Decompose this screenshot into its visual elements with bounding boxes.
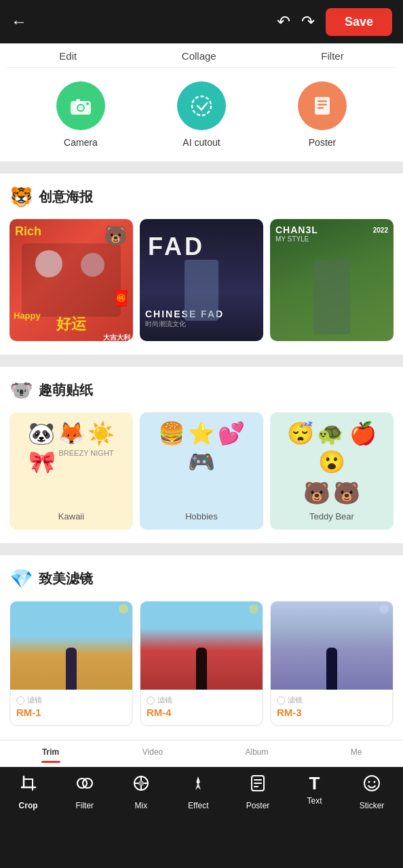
filter-rm4[interactable]: 滤镜 RM-4 — [140, 601, 263, 726]
mix-icon — [132, 774, 151, 797]
tab-filter[interactable]: Filter — [321, 50, 343, 62]
svg-rect-24 — [254, 779, 262, 781]
filter-rm1-image — [10, 601, 132, 690]
filter-rm4-type: 滤镜 — [147, 695, 256, 705]
poster-cards-row: Rich 🐻 Happy 好运 大吉大利 🧧 FAD CHINESE FAD 时… — [9, 219, 394, 341]
sticker-icon — [362, 774, 381, 797]
mix-label: Mix — [135, 801, 148, 810]
effect-label: Effect — [188, 801, 208, 810]
svg-point-29 — [374, 781, 376, 783]
poster-card-chanel[interactable]: CHAN3L 2022 MY STYLE — [270, 219, 394, 341]
rich-text: Rich — [15, 224, 41, 239]
toolbar-effect[interactable]: Effect — [188, 774, 208, 810]
svg-point-17 — [138, 781, 144, 786]
filter-cards-row: 滤镜 RM-1 滤镜 RM-4 — [9, 601, 394, 726]
svg-point-2 — [78, 105, 83, 111]
teddy-emojis: 😴🐢 🍎😮 🐻🐻 — [275, 420, 388, 506]
trim-label: Trim — [42, 747, 59, 757]
poster-toolbar-label: Poster — [246, 801, 270, 810]
kawaii-label: Kawaii — [58, 511, 84, 521]
divider-3 — [0, 543, 403, 555]
save-button[interactable]: Save — [326, 8, 392, 36]
tab-album[interactable]: Album — [245, 747, 268, 763]
svg-rect-9 — [318, 107, 324, 109]
filter-rm4-name: RM-4 — [147, 707, 256, 718]
divider-2 — [0, 355, 403, 367]
svg-rect-3 — [76, 99, 80, 102]
filter-rm3[interactable]: 滤镜 RM-3 — [270, 601, 394, 726]
tool-tabs: Edit Collage Filter — [7, 43, 396, 68]
filters-title: 致美滤镜 — [39, 570, 93, 588]
toolbar-text[interactable]: T Text — [307, 774, 322, 810]
tab-me[interactable]: Me — [351, 747, 362, 763]
bear-emoji: 🐻 — [104, 224, 128, 247]
filter-rm1-info: 滤镜 RM-1 — [10, 690, 132, 726]
tool-ai-cutout[interactable]: AI cutout — [177, 81, 226, 148]
sticker-cards-row: 🐼🦊☀️🎀 BREEZY NIGHT Kawaii 🍔⭐💕🎮 Hobbies 😴… — [9, 412, 394, 530]
tab-video[interactable]: Video — [142, 747, 163, 763]
camera-icon-circle — [56, 81, 105, 130]
filters-header: 💎 致美滤镜 — [9, 568, 394, 590]
svg-point-22 — [197, 781, 200, 784]
filter-rm1-name: RM-1 — [16, 707, 126, 718]
tab-trim[interactable]: Trim — [41, 747, 60, 763]
tool-poster[interactable]: Poster — [298, 81, 347, 148]
filter-rm4-image — [140, 601, 263, 690]
back-button[interactable]: ← — [11, 12, 27, 31]
bottom-toolbar: Crop Filter Mix — [0, 767, 403, 820]
dajidali-text: 大吉大利 — [103, 333, 130, 341]
creative-poster-section: 🐯 创意海报 Rich 🐻 Happy 好运 — [0, 174, 403, 355]
poster-icon-circle — [298, 81, 347, 130]
toolbar-sticker[interactable]: Sticker — [360, 774, 385, 810]
redo-button[interactable]: ↷ — [301, 12, 315, 31]
creative-poster-emoji: 🐯 — [9, 186, 33, 208]
top-bar-actions: ↶ ↷ Save — [277, 8, 392, 36]
toolbar-poster[interactable]: Poster — [246, 774, 270, 810]
chanel-person — [313, 260, 351, 334]
crop-label: Crop — [19, 801, 38, 810]
filters-emoji: 💎 — [9, 568, 33, 590]
sticker-kawaii[interactable]: 🐼🦊☀️🎀 BREEZY NIGHT Kawaii — [9, 412, 133, 530]
poster-tool-label: Poster — [309, 137, 336, 148]
trim-indicator — [41, 761, 60, 763]
svg-rect-6 — [315, 97, 330, 115]
filter-rm1-type: 滤镜 — [16, 695, 126, 705]
tab-edit[interactable]: Edit — [59, 50, 77, 62]
sticker-teddy[interactable]: 😴🐢 🍎😮 🐻🐻 Teddy Bear — [270, 412, 394, 530]
ai-cutout-icon-circle — [177, 81, 226, 130]
poster-card-fad[interactable]: FAD CHINESE FAD 时尚潮流文化 — [140, 219, 263, 341]
effect-icon — [189, 774, 208, 797]
me-label: Me — [351, 747, 362, 757]
hobbies-label: Hobbies — [185, 511, 218, 521]
tool-area: Edit Collage Filter Camera — [0, 43, 403, 161]
hobbies-emojis: 🍔⭐💕🎮 — [145, 420, 258, 475]
poster-overlay-1: Rich 🐻 Happy 好运 大吉大利 🧧 — [9, 219, 133, 341]
tab-collage[interactable]: Collage — [182, 50, 216, 62]
svg-rect-8 — [318, 104, 327, 106]
text-label: Text — [307, 796, 322, 806]
toolbar-mix[interactable]: Mix — [132, 774, 151, 810]
svg-rect-7 — [318, 100, 327, 102]
toolbar-filter[interactable]: Filter — [75, 774, 94, 810]
undo-button[interactable]: ↶ — [277, 12, 290, 31]
tool-camera[interactable]: Camera — [56, 81, 105, 148]
divider-1 — [0, 161, 403, 174]
lucky-emoji: 🧧 — [112, 290, 130, 307]
filter-rm1[interactable]: 滤镜 RM-1 — [9, 601, 133, 726]
sticker-hobbies[interactable]: 🍔⭐💕🎮 Hobbies — [140, 412, 263, 530]
camera-label: Camera — [64, 137, 98, 148]
sticker-label: Sticker — [360, 801, 385, 810]
album-label: Album — [245, 747, 268, 757]
svg-point-4 — [86, 102, 89, 105]
svg-point-5 — [192, 96, 211, 115]
stickers-section: 🐨 趣萌贴纸 🐼🦊☀️🎀 BREEZY NIGHT Kawaii 🍔⭐💕🎮 Ho… — [0, 367, 403, 543]
bottom-tabs: Trim Video Album Me — [0, 740, 403, 767]
svg-point-27 — [364, 776, 379, 791]
chanel-top: CHAN3L 2022 — [275, 224, 388, 235]
poster-card-new-year[interactable]: Rich 🐻 Happy 好运 大吉大利 🧧 — [9, 219, 133, 341]
filter-rm3-type: 滤镜 — [277, 695, 387, 705]
filter-toolbar-label: Filter — [75, 801, 94, 810]
teddy-label: Teddy Bear — [309, 511, 354, 521]
toolbar-crop[interactable]: Crop — [19, 774, 38, 810]
filter-rm3-name: RM-3 — [277, 707, 387, 718]
